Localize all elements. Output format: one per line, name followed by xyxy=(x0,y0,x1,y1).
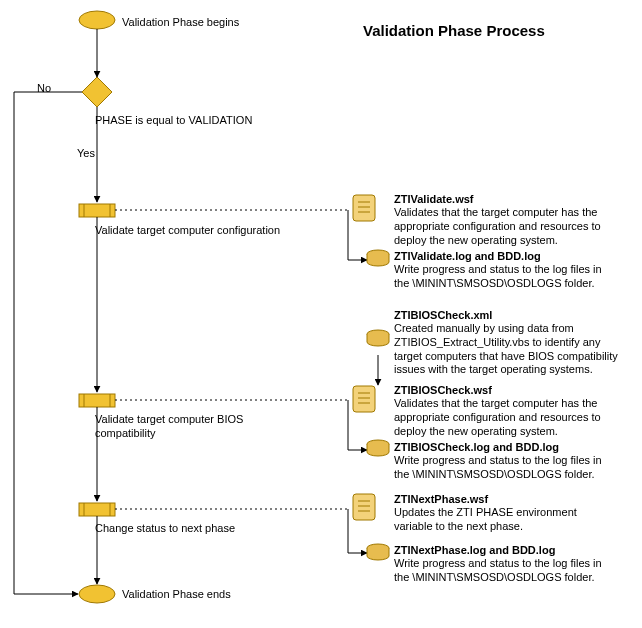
note-title: ZTIValidate.wsf xyxy=(394,193,473,207)
note-body: Updates the ZTI PHASE environment variab… xyxy=(394,506,614,534)
process-step-1 xyxy=(79,204,115,217)
note-body: Validates that the target computer has t… xyxy=(394,206,614,247)
decision-label: PHASE is equal to VALIDATION xyxy=(95,114,252,128)
note-body: Write progress and status to the log fil… xyxy=(394,263,614,291)
log-disk-icon xyxy=(367,330,389,346)
note-body: Write progress and status to the log fil… xyxy=(394,557,614,585)
script-icon xyxy=(353,386,375,412)
script-icon xyxy=(353,494,375,520)
step2-label: Validate target computer BIOS compatibil… xyxy=(95,413,265,441)
terminator-start xyxy=(79,11,115,29)
edge-no-label: No xyxy=(37,82,51,96)
script-icon xyxy=(353,195,375,221)
note-title: ZTIValidate.log and BDD.log xyxy=(394,250,541,264)
note-title: ZTIBIOSCheck.log and BDD.log xyxy=(394,441,559,455)
log-disk-icon xyxy=(367,440,389,456)
edge-yes-label: Yes xyxy=(77,147,95,161)
process-step-2 xyxy=(79,394,115,407)
note-body: Write progress and status to the log fil… xyxy=(394,454,614,482)
end-label: Validation Phase ends xyxy=(122,588,231,602)
note-title: ZTINextPhase.log and BDD.log xyxy=(394,544,555,558)
terminator-end xyxy=(79,585,115,603)
start-label: Validation Phase begins xyxy=(122,16,239,30)
step1-label: Validate target computer configuration xyxy=(95,224,285,238)
svg-marker-0 xyxy=(82,77,112,107)
note-title: ZTIBIOSCheck.wsf xyxy=(394,384,492,398)
note-body: Validates that the target computer has t… xyxy=(394,397,614,438)
step3-label: Change status to next phase xyxy=(95,522,285,536)
edge-no xyxy=(14,92,82,594)
note-body: Created manually by using data from ZTIB… xyxy=(394,322,619,377)
decision-shape xyxy=(82,77,112,107)
log-disk-icon xyxy=(367,250,389,266)
process-step-3 xyxy=(79,503,115,516)
note-title: ZTINextPhase.wsf xyxy=(394,493,488,507)
log-disk-icon xyxy=(367,544,389,560)
note-title: ZTIBIOSCheck.xml xyxy=(394,309,492,323)
